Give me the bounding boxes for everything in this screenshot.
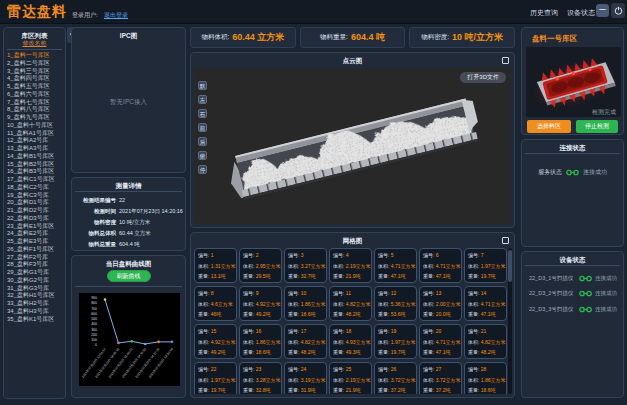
view-button[interactable]: 右 <box>198 109 207 118</box>
stat-label: 物料体积: <box>201 33 229 42</box>
minimize-button[interactable]: ─ <box>596 4 609 17</box>
area-list-item[interactable]: 18_盘料C2号库 <box>4 184 65 192</box>
detail-value: 2021年07月23日 14:20:16 <box>119 206 183 217</box>
grid-card: 编号: 6体积: 4.71立方米重量: 47.1吨 <box>419 248 462 283</box>
card-label: 重量: <box>423 311 436 317</box>
measure-detail-row: 检测结果编号22 <box>72 195 185 206</box>
area-list-item[interactable]: 20_盘料D1号库 <box>4 199 65 207</box>
grid-scrollbar-thumb[interactable] <box>508 250 512 282</box>
rename-link[interactable]: 修改名称 <box>4 40 65 47</box>
service-status-row: 服务状态 连接成功 <box>522 168 623 177</box>
stat-box: 物料体积:60.44 立方米 <box>190 27 296 48</box>
card-label: 重量: <box>198 387 211 393</box>
detail-label: 物料总体积 <box>72 228 116 239</box>
view-button[interactable]: 俯 <box>198 151 207 160</box>
stop-detection-button[interactable]: 停止检测 <box>576 120 618 133</box>
area-list-item[interactable]: 21_盘料D2号库 <box>4 207 65 215</box>
stat-label: 物料密度: <box>421 33 449 42</box>
nav-device-status[interactable]: 设备状态 <box>567 8 595 18</box>
card-label: 重量: <box>198 349 211 355</box>
area-list-item[interactable]: 4_盘料四号库区 <box>4 75 65 83</box>
ipc-title: IPC图 <box>72 28 185 39</box>
area-list-item[interactable]: 17_盘料C1号库区 <box>4 176 65 184</box>
card-label: 体积: <box>333 263 346 269</box>
area-list-item[interactable]: 33_盘料H2号库 <box>4 300 65 308</box>
area-list-item[interactable]: 32_盘料H1号库区 <box>4 292 65 300</box>
logout-link[interactable]: 退出登录 <box>104 11 128 20</box>
detail-label: 检测时间 <box>72 206 116 217</box>
area-list-item[interactable]: 14_盘料B1号库区 <box>4 153 65 161</box>
card-value: 1.97立方米 <box>391 339 416 345</box>
view-button[interactable]: 前 <box>198 123 207 132</box>
grid-card: 编号: 4体积: 2.19立方米重量: 21.9吨 <box>329 248 372 283</box>
svg-text:2021年07月23日 14:17:30: 2021年07月23日 14:17:30 <box>134 347 160 379</box>
area-list-item[interactable]: 35_盘料K1号库区 <box>4 316 65 324</box>
card-value: 1.97立方米 <box>211 377 236 383</box>
area-list-item[interactable]: 9_盘料九号库区 <box>4 114 65 122</box>
area-list-item[interactable]: 16_盘料B3号库区 <box>4 168 65 176</box>
maximize-icon[interactable] <box>502 237 509 244</box>
area-list-item[interactable]: 1_盘料一号库区 <box>4 52 65 60</box>
grid-scrollbar[interactable] <box>508 248 512 394</box>
card-label: 体积: <box>423 301 436 307</box>
area-list-panel: 库区列表 修改名称 1_盘料一号库区2_盘料二号库区3_盘料三号库区4_盘料四号… <box>3 27 66 399</box>
area-list-item[interactable]: 30_盘料G2号库 <box>4 277 65 285</box>
card-label: 编号: <box>198 252 211 258</box>
view-button[interactable]: 停 <box>198 165 207 174</box>
point-cloud-render[interactable] <box>222 72 492 222</box>
nav-history-query[interactable]: 历史查询 <box>530 8 558 18</box>
card-label: 体积: <box>243 301 256 307</box>
card-value: 25 <box>346 366 352 372</box>
area-list-item[interactable]: 26_盘料F1号库区 <box>4 246 65 254</box>
area-list-item[interactable]: 8_盘料八号库区 <box>4 106 65 114</box>
stat-label: 物料重量: <box>320 33 348 42</box>
device-status-panel: 设备状态 22_D3_1号扫描仪连接成功22_D3_2号扫描仪连接成功22_D3… <box>521 251 624 398</box>
area-list-item[interactable]: 10_盘料十号库区 <box>4 122 65 130</box>
detail-label: 检测结果编号 <box>72 195 116 206</box>
area-list-item[interactable]: 24_盘料E2号库 <box>4 230 65 238</box>
grid-card: 编号: 10体积: 1.86立方米重量: 18.6吨 <box>284 286 327 321</box>
selected-area-panel: 盘料一号库区 <box>521 27 624 135</box>
area-list-item[interactable]: 34_盘料H3号库 <box>4 308 65 316</box>
area-list-item[interactable]: 25_盘料E3号库 <box>4 238 65 246</box>
area-list-item[interactable]: 28_盘料F3号库 <box>4 261 65 269</box>
app-title: 雷达盘料 <box>7 3 67 21</box>
card-value: 4.82立方米 <box>346 301 371 307</box>
svg-text:2021年07月23日 14:11:52: 2021年07月23日 14:11:52 <box>121 347 147 379</box>
refresh-curve-button[interactable]: 刷新曲线 <box>107 270 151 282</box>
card-label: 编号: <box>288 366 301 372</box>
link-icon <box>566 169 579 176</box>
card-label: 编号: <box>198 366 211 372</box>
card-value: 29.5吨 <box>256 273 271 279</box>
card-label: 体积: <box>288 301 301 307</box>
card-label: 编号: <box>288 252 301 258</box>
view-button[interactable]: 左 <box>198 95 207 104</box>
area-list-item[interactable]: 29_盘料G1号库 <box>4 269 65 277</box>
divider <box>75 286 182 287</box>
card-label: 体积: <box>198 301 211 307</box>
detail-label: 物料密度 <box>72 217 116 228</box>
power-button[interactable] <box>611 3 625 18</box>
area-list-item[interactable]: 22_盘料D3号库 <box>4 215 65 223</box>
maximize-icon[interactable] <box>502 57 509 64</box>
area-list-item[interactable]: 13_盘料A3号库 <box>4 145 65 153</box>
card-label: 体积: <box>288 339 301 345</box>
daily-curve-title: 当日盘料曲线图 <box>72 256 185 267</box>
card-value: 4.71立方米 <box>391 263 416 269</box>
card-value: 31.9吨 <box>301 387 316 393</box>
area-list-item[interactable]: 12_盘料A2号库 <box>4 137 65 145</box>
card-value: 16 <box>256 328 262 334</box>
card-value: 4.93立方米 <box>346 339 371 345</box>
card-value: 48.2吨 <box>346 311 361 317</box>
card-label: 重量: <box>288 311 301 317</box>
view-button[interactable]: 默 <box>198 81 207 90</box>
view-button[interactable]: 后 <box>198 137 207 146</box>
grid-card: 编号: 15体积: 4.92立方米重量: 49.2吨 <box>194 324 237 359</box>
area-list-item[interactable]: 5_盘料五号库区 <box>4 83 65 91</box>
select-area-button[interactable]: 选择料区 <box>527 120 571 133</box>
area-list-item[interactable]: 2_盘料二号库区 <box>4 60 65 68</box>
area-list-item[interactable]: 6_盘料六号库区 <box>4 91 65 99</box>
card-label: 编号: <box>243 366 256 372</box>
service-status-value: 连接成功 <box>583 168 607 177</box>
grid-card: 编号: 12体积: 5.36立方米重量: 53.6吨 <box>374 286 417 321</box>
